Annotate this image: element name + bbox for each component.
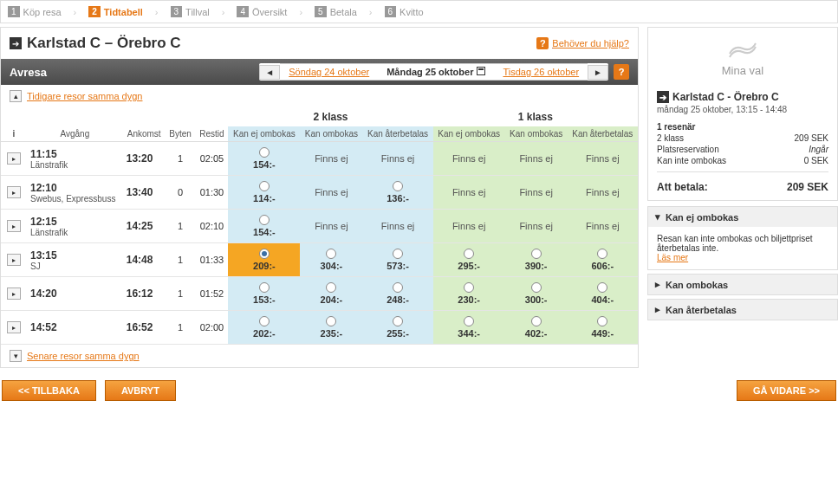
expand-button[interactable]: ▸ [7, 220, 21, 232]
radio-icon[interactable] [464, 249, 474, 259]
date-next-button[interactable]: ► [588, 65, 608, 80]
radio-icon[interactable] [259, 282, 270, 293]
price-cell[interactable]: 154:- [228, 142, 300, 176]
radio-icon[interactable] [259, 249, 270, 259]
bar-title: Avresa [10, 66, 47, 79]
cell-changes: 1 [166, 277, 196, 311]
price-cell[interactable]: 300:- [505, 277, 568, 311]
price-cell[interactable]: 209:- [228, 243, 300, 277]
date-prev[interactable]: Söndag 24 oktober [280, 63, 378, 81]
later-link[interactable]: Senare resor samma dygn [27, 351, 140, 361]
price-cell-na: Finns ej [300, 142, 362, 176]
cell-changes: 1 [166, 142, 196, 176]
step-3: 3Tillval [171, 6, 210, 17]
sj-logo [648, 28, 837, 64]
next-button[interactable]: GÅ VIDARE >> [737, 380, 836, 401]
later-trips[interactable]: ▾ Senare resor samma dygn [1, 345, 638, 367]
main-panel: ➔ Karlstad C – Örebro C ?Behöver du hjäl… [0, 27, 639, 368]
radio-icon[interactable] [393, 181, 403, 191]
radio-icon[interactable] [464, 316, 474, 326]
help-link[interactable]: ?Behöver du hjälp? [536, 37, 629, 49]
cell-times: 14:20 [27, 277, 123, 311]
price-cell[interactable]: 402:- [505, 311, 568, 345]
expand-button[interactable]: ▸ [7, 254, 21, 266]
radio-icon[interactable] [259, 316, 270, 326]
date-prev-button[interactable]: ◄ [259, 65, 280, 80]
radio-icon[interactable] [597, 282, 607, 293]
expand-button[interactable]: ▸ [7, 321, 21, 333]
price-cell-na: Finns ej [300, 210, 362, 243]
radio-icon[interactable] [464, 282, 474, 293]
price-cell[interactable]: 344:- [433, 311, 505, 345]
radio-icon[interactable] [531, 282, 542, 293]
expand-button[interactable]: ▸ [7, 186, 21, 198]
expand-button[interactable]: ▸ [7, 288, 21, 300]
radio-icon[interactable] [597, 316, 607, 326]
radio-icon[interactable] [531, 316, 542, 326]
back-button[interactable]: << TILLBAKA [2, 380, 96, 401]
cell-duration: 01:30 [196, 176, 229, 210]
summary-date: måndag 25 oktober, 13:15 - 14:48 [657, 105, 828, 114]
radio-icon[interactable] [531, 249, 542, 259]
price-cell[interactable]: 304:- [300, 243, 362, 277]
radio-icon[interactable] [597, 249, 607, 259]
button-bar: << TILLBAKA AVBRYT GÅ VIDARE >> [0, 368, 838, 413]
price-cell[interactable]: 154:- [228, 210, 300, 243]
col-2klass: 2 klass [228, 107, 432, 126]
price-cell[interactable]: 606:- [568, 243, 638, 277]
earlier-trips[interactable]: ▴ Tidigare resor samma dygn [1, 85, 638, 107]
earlier-link[interactable]: Tidigare resor samma dygn [27, 91, 142, 101]
radio-icon[interactable] [393, 282, 403, 293]
cancel-button[interactable]: AVBRYT [105, 380, 176, 401]
help-icon: ? [536, 37, 549, 49]
cell-times: 11:15Länstrafik [27, 142, 123, 176]
radio-icon[interactable] [393, 249, 403, 259]
price-cell[interactable]: 204:- [300, 277, 362, 311]
price-cell[interactable]: 230:- [433, 277, 505, 311]
price-cell[interactable]: 114:- [228, 176, 300, 210]
col-info: i [1, 126, 27, 142]
price-cell[interactable]: 295:- [433, 243, 505, 277]
step-1[interactable]: 1Köp resa [8, 6, 62, 17]
table-row: ▸11:15Länstrafik13:20102:05154:-Finns ej… [1, 142, 638, 176]
calendar-icon[interactable] [477, 67, 485, 75]
expand-button[interactable]: ▸ [7, 152, 21, 165]
help-button[interactable]: ? [614, 64, 629, 80]
chevron-down-icon: ▾ [655, 211, 660, 223]
accordion-header[interactable]: ▸Kan ombokas [648, 275, 837, 294]
accordion-header[interactable]: ▸Kan återbetalas [648, 300, 837, 320]
radio-icon[interactable] [259, 181, 270, 191]
price-cell[interactable]: 235:- [300, 311, 362, 345]
radio-icon[interactable] [259, 215, 270, 225]
price-cell[interactable]: 390:- [505, 243, 568, 277]
cell-times: 14:52 [27, 311, 123, 345]
price-cell[interactable]: 136:- [362, 176, 432, 210]
route-title: Karlstad C – Örebro C [27, 35, 181, 52]
col-restid: Restid [196, 126, 229, 142]
radio-icon[interactable] [326, 282, 336, 293]
price-cell[interactable]: 248:- [362, 277, 432, 311]
table-row: ▸13:15SJ14:48101:33209:-304:-573:-295:-3… [1, 243, 638, 277]
cell-arrival: 14:25 [123, 210, 166, 243]
date-next[interactable]: Tisdag 26 oktober [494, 63, 588, 81]
price-cell[interactable]: 255:- [362, 311, 432, 345]
cell-duration: 02:05 [196, 142, 229, 176]
radio-icon[interactable] [326, 249, 336, 259]
cell-arrival: 13:40 [123, 176, 166, 210]
step-2[interactable]: 2Tidtabell [88, 6, 143, 17]
price-cell-na: Finns ej [568, 210, 638, 243]
arrow-right-icon: ➔ [657, 91, 669, 103]
cell-duration: 01:33 [196, 243, 229, 277]
accordion-header[interactable]: ▾Kan ej ombokas [648, 207, 837, 227]
date-current: Måndag 25 oktober [378, 63, 494, 81]
radio-icon[interactable] [393, 316, 403, 326]
price-cell[interactable]: 449:- [568, 311, 638, 345]
price-cell[interactable]: 404:- [568, 277, 638, 311]
price-cell-na: Finns ej [433, 210, 505, 243]
price-cell[interactable]: 153:- [228, 277, 300, 311]
radio-icon[interactable] [326, 316, 336, 326]
read-more-link[interactable]: Läs mer [657, 253, 688, 262]
price-cell[interactable]: 202:- [228, 311, 300, 345]
radio-icon[interactable] [259, 147, 270, 158]
price-cell[interactable]: 573:- [362, 243, 432, 277]
